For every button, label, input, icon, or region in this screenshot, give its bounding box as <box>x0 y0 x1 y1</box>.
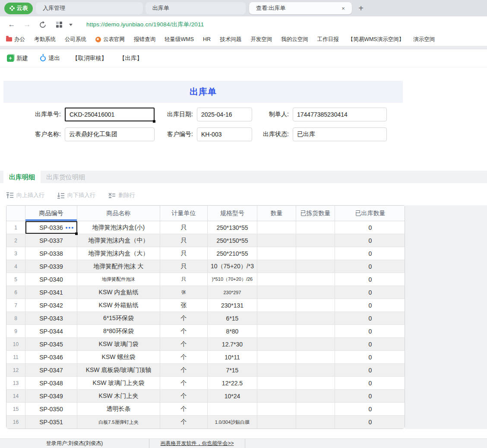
bookmark-item[interactable]: 演示空间 <box>413 36 435 43</box>
bookmark-item[interactable]: 我的云空间 <box>281 36 308 43</box>
field-input-value[interactable] <box>293 127 387 141</box>
cell-picked[interactable] <box>296 325 335 337</box>
row-number[interactable]: 1 <box>6 221 25 234</box>
field-input-value[interactable] <box>197 108 252 121</box>
apps-dropdown-caret-icon[interactable] <box>69 24 73 26</box>
exit-button[interactable]: 退出 <box>40 54 60 62</box>
column-header[interactable]: 规格型号 <box>208 206 257 221</box>
cell-spec[interactable]: 10*24 <box>208 390 257 402</box>
cell-shipped[interactable]: 0 <box>335 260 405 273</box>
cell-code[interactable]: SP-0343 <box>25 312 77 324</box>
cell-name[interactable]: 地弹簧泡沫内盒（大） <box>77 247 160 260</box>
cell-spec[interactable]: )*510（70+20）/26 <box>208 273 257 286</box>
cell-code[interactable]: SP-0338 <box>25 247 77 260</box>
bookmark-item[interactable]: 公司系统 <box>65 36 86 43</box>
cell-code[interactable]: SP-0337 <box>25 234 77 247</box>
cell-shipped[interactable]: 0 <box>335 403 405 415</box>
cell-picked[interactable] <box>296 247 335 260</box>
more-options-button[interactable]: ●●● <box>65 226 74 230</box>
cell-name[interactable]: KSW 玻璃门上夹袋 <box>77 377 160 389</box>
cell-spec[interactable]: 7*15 <box>208 364 257 376</box>
cell-picked[interactable] <box>296 221 335 234</box>
field-input-value[interactable] <box>65 127 155 141</box>
cell-shipped[interactable]: 0 <box>335 377 405 389</box>
cell-shipped[interactable]: 0 <box>335 247 405 260</box>
cell-spec[interactable]: 8*80 <box>208 325 257 337</box>
cell-qty[interactable] <box>257 403 296 415</box>
cell-spec[interactable]: 230*131 <box>208 299 257 311</box>
bookmark-item[interactable]: 办公 <box>6 36 25 43</box>
cell-picked[interactable] <box>296 273 335 286</box>
cell-spec[interactable]: 250*210*55 <box>208 247 257 260</box>
row-number[interactable]: 16 <box>6 416 25 429</box>
row-number[interactable]: 14 <box>6 390 25 402</box>
cell-code[interactable]: SP-0351 <box>25 416 77 429</box>
apps-grid-icon[interactable] <box>56 22 62 28</box>
cell-unit[interactable]: 个 <box>160 338 208 350</box>
column-header[interactable]: 商品名称 <box>77 206 160 221</box>
cell-qty[interactable] <box>257 325 296 337</box>
cell-name[interactable]: KSW 外箱贴纸 <box>77 299 160 311</box>
cell-spec[interactable]: 1.0/304沙贴白膜 <box>208 416 257 429</box>
tab-close-icon[interactable] <box>340 5 347 12</box>
cell-picked[interactable] <box>296 260 335 273</box>
cell-picked[interactable] <box>296 286 335 299</box>
field-input[interactable] <box>293 108 387 121</box>
cell-unit[interactable]: 个 <box>160 416 208 429</box>
cell-qty[interactable] <box>257 234 296 247</box>
cell-spec[interactable] <box>208 403 257 415</box>
cell-code[interactable]: SP-0342 <box>25 299 77 311</box>
cell-qty[interactable] <box>257 247 296 260</box>
row-number[interactable]: 8 <box>6 312 25 324</box>
row-number[interactable]: 3 <box>6 247 25 260</box>
cell-qty[interactable] <box>257 351 296 363</box>
cell-shipped[interactable]: 0 <box>335 325 405 337</box>
row-number[interactable]: 4 <box>6 260 25 273</box>
cell-picked[interactable] <box>296 234 335 247</box>
bookmark-item[interactable]: HR <box>203 36 211 42</box>
field-input[interactable] <box>65 127 155 141</box>
cell-name[interactable]: KSW 玻璃门袋 <box>77 338 160 350</box>
cell-picked[interactable] <box>296 403 335 415</box>
cell-picked[interactable] <box>296 364 335 376</box>
column-header[interactable]: 计量单位 <box>160 206 208 221</box>
column-header[interactable]: 已出库数量 <box>335 206 405 221</box>
row-number[interactable]: 7 <box>6 299 25 311</box>
cell-qty[interactable] <box>257 312 296 324</box>
bookmark-item[interactable]: 轻量级WMS <box>164 36 194 43</box>
cell-shipped[interactable]: 0 <box>335 221 405 234</box>
cell-spec[interactable]: 10*11 <box>208 351 257 363</box>
field-input[interactable] <box>197 108 252 121</box>
detail-tab[interactable]: 出库货位明细 <box>41 171 91 183</box>
column-header[interactable]: 商品编号 <box>25 206 77 221</box>
field-input[interactable] <box>293 127 387 141</box>
cell-spec[interactable]: 6*15 <box>208 312 257 324</box>
cell-name[interactable]: 白板7.5厘弹钉上夹 <box>77 416 160 429</box>
cell-picked[interactable] <box>296 312 335 324</box>
cell-qty[interactable] <box>257 260 296 273</box>
cell-spec[interactable]: 250*130*55 <box>208 221 257 234</box>
cell-shipped[interactable]: 0 <box>335 273 405 286</box>
back-button[interactable]: ← <box>7 20 16 29</box>
yunbiao-logo-button[interactable]: 云表 <box>4 3 33 14</box>
cell-shipped[interactable]: 0 <box>335 351 405 363</box>
cell-name[interactable]: 地弹簧配件泡沫 大 <box>77 260 160 273</box>
refresh-button[interactable] <box>38 21 47 29</box>
field-input[interactable] <box>65 108 155 121</box>
row-number[interactable]: 15 <box>6 403 25 415</box>
bookmark-item[interactable]: 【简易WMS演示空间】 <box>348 36 405 43</box>
bookmark-item[interactable]: 开发空间 <box>250 36 272 43</box>
row-number[interactable]: 2 <box>6 234 25 247</box>
row-number[interactable]: 6 <box>6 286 25 299</box>
footer-promo-link[interactable]: 画表格开发软件，你也能学会>> <box>160 440 234 447</box>
row-number[interactable]: 11 <box>6 351 25 363</box>
cell-unit[interactable]: 只 <box>160 247 208 260</box>
row-number[interactable]: 12 <box>6 364 25 376</box>
cell-unit[interactable]: 张 <box>160 299 208 311</box>
cell-unit[interactable]: 个 <box>160 325 208 337</box>
cell-unit[interactable]: 个 <box>160 403 208 415</box>
detail-tab[interactable]: 出库明细 <box>3 171 41 183</box>
bookmark-item[interactable]: 报错查询 <box>134 36 155 43</box>
field-input-value[interactable] <box>197 127 252 141</box>
cell-name[interactable]: 地弹簧泡沫内盒(小) <box>77 221 160 234</box>
